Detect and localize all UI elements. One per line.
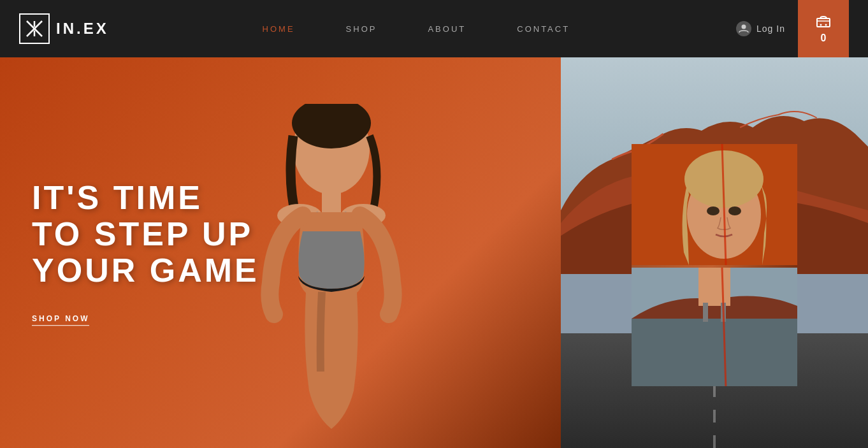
svg-rect-22	[698, 268, 730, 306]
logo-icon	[25, 19, 44, 38]
user-icon	[736, 21, 751, 36]
hero-headline: IT'S TIME TO STEP UP YOUR GAME	[32, 180, 259, 289]
nav-contact[interactable]: CONTACT	[517, 24, 570, 34]
nav-right: Log In 0	[723, 0, 849, 57]
nav-links: HOME SHOP ABOUT CONTACT	[263, 24, 570, 34]
portrait-overlay	[632, 144, 797, 386]
cart-button[interactable]: 0	[798, 0, 849, 57]
headline-line2: TO STEP UP	[32, 215, 253, 252]
svg-rect-21	[632, 319, 797, 386]
portrait-face-top	[632, 144, 797, 265]
svg-rect-5	[817, 18, 830, 27]
svg-point-18	[728, 206, 741, 215]
svg-point-17	[707, 206, 720, 215]
login-label: Log In	[756, 24, 785, 34]
logo-box	[19, 13, 50, 44]
headline-line3: YOUR GAME	[32, 252, 259, 289]
login-button[interactable]: Log In	[723, 21, 798, 36]
hero-main: IT'S TIME TO STEP UP YOUR GAME SHOP NOW	[0, 57, 561, 448]
svg-rect-23	[703, 303, 708, 322]
nav-home[interactable]: HOME	[263, 24, 295, 34]
nav-shop[interactable]: SHOP	[346, 24, 377, 34]
svg-point-7	[820, 24, 821, 26]
portrait-bottom	[632, 268, 797, 386]
brand-name: IN.EX	[56, 20, 109, 38]
hero-right	[561, 57, 868, 448]
cart-icon	[814, 13, 832, 29]
hero-text: IT'S TIME TO STEP UP YOUR GAME SHOP NOW	[32, 180, 259, 326]
cart-count: 0	[821, 33, 827, 44]
navbar: IN.EX HOME SHOP ABOUT CONTACT Log In	[0, 0, 868, 57]
hero-section: IT'S TIME TO STEP UP YOUR GAME SHOP NOW	[0, 57, 868, 448]
headline-line1: IT'S TIME	[32, 179, 203, 216]
svg-point-4	[742, 25, 746, 29]
shop-now-button[interactable]: SHOP NOW	[32, 314, 89, 326]
portrait-face-bottom	[632, 268, 797, 386]
svg-rect-11	[322, 190, 341, 215]
portrait-top	[632, 144, 797, 268]
svg-point-8	[825, 24, 827, 26]
logo[interactable]: IN.EX	[19, 13, 109, 44]
nav-about[interactable]: ABOUT	[428, 24, 466, 34]
